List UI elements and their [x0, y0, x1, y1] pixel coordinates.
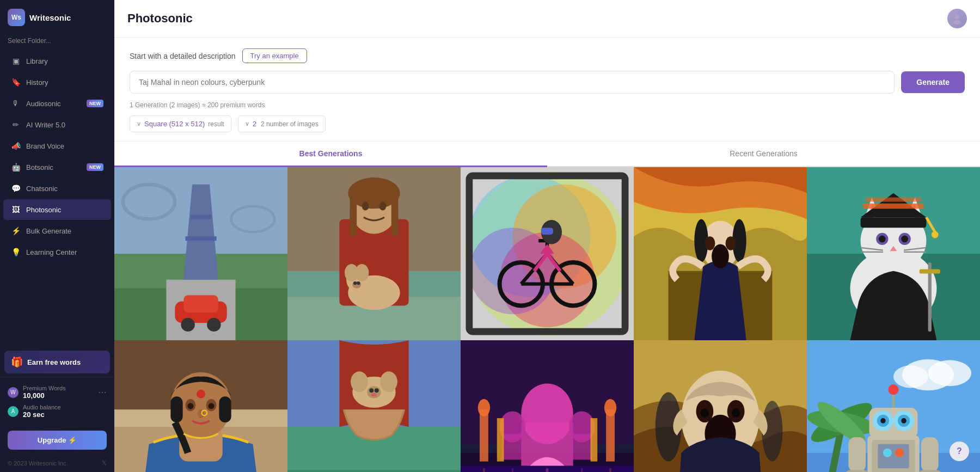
top-bar: Photosonic: [114, 0, 980, 38]
earn-free-words-label: Earn free words: [27, 358, 81, 366]
svg-rect-67: [863, 204, 923, 209]
audiosonic-icon: 🎙: [11, 99, 21, 108]
svg-rect-81: [920, 269, 940, 274]
size-dropdown[interactable]: ∨ Square (512 x 512) result: [130, 115, 231, 132]
svg-rect-116: [480, 409, 488, 461]
audio-balance-row: A Audio balance 20 sec: [8, 402, 107, 421]
sidebar-item-photosonic[interactable]: 🖼 Photosonic: [3, 199, 111, 220]
upgrade-button[interactable]: Upgrade ⚡: [8, 431, 107, 450]
svg-point-102: [380, 371, 397, 392]
image-cell[interactable]: [461, 340, 634, 472]
svg-point-24: [379, 202, 387, 211]
twitter-icon[interactable]: 𝕏: [102, 459, 107, 467]
tab-recent-generations[interactable]: Recent Generations: [547, 142, 980, 167]
chatsonic-icon: 💬: [11, 183, 21, 193]
nav-items: ▣ Library 🔖 History 🎙 Audiosonic new ✏ A…: [0, 50, 114, 263]
brand-voice-icon: 📣: [11, 141, 21, 151]
svg-rect-113: [502, 434, 523, 460]
svg-point-162: [880, 418, 886, 424]
sidebar: Ws Writesonic Select Folder... ▣ Library…: [0, 0, 114, 472]
tab-best-generations[interactable]: Best Generations: [114, 142, 547, 167]
svg-point-163: [901, 418, 906, 424]
svg-point-0: [955, 15, 959, 19]
audio-balance-label: Audio balance: [23, 404, 107, 410]
help-button[interactable]: ?: [950, 442, 969, 461]
premium-words-dot: W: [8, 387, 19, 398]
svg-point-93: [209, 403, 215, 409]
svg-rect-153: [845, 470, 869, 473]
sidebar-item-label: Brand Voice: [26, 142, 103, 150]
svg-point-73: [879, 236, 886, 243]
history-icon: 🔖: [11, 77, 21, 87]
svg-rect-118: [606, 409, 615, 461]
botsonic-icon: 🤖: [11, 162, 21, 172]
image-cell[interactable]: [634, 340, 807, 472]
sidebar-item-label: History: [26, 78, 103, 87]
svg-rect-115: [572, 434, 592, 460]
generate-button[interactable]: Generate: [901, 71, 965, 93]
sidebar-item-library[interactable]: ▣ Library: [3, 51, 111, 71]
svg-rect-47: [541, 228, 553, 235]
sidebar-item-label: Botsonic: [26, 163, 81, 171]
logo-area: Ws Writesonic: [0, 0, 114, 35]
sidebar-item-learning-center[interactable]: 💡 Learning Center: [3, 242, 111, 262]
svg-point-150: [895, 449, 904, 457]
avatar[interactable]: [947, 9, 967, 28]
svg-rect-12: [183, 295, 218, 312]
svg-rect-148: [878, 444, 909, 469]
images-count-dropdown[interactable]: ∨ 2 2 number of images: [238, 115, 326, 132]
more-options-button[interactable]: ⋯: [98, 387, 107, 397]
try-example-button[interactable]: Try an example: [242, 48, 307, 63]
svg-point-14: [207, 318, 220, 332]
sidebar-item-history[interactable]: 🔖 History: [3, 72, 111, 93]
premium-words-info: Premium Words 10,000: [23, 385, 94, 400]
svg-point-89: [197, 390, 205, 399]
earn-free-words-button[interactable]: 🎁 Earn free words: [4, 351, 110, 373]
new-badge: new: [87, 163, 103, 171]
description-label: Start with a detailed description: [130, 52, 236, 60]
sidebar-item-label: Audiosonic: [26, 100, 81, 108]
sidebar-item-bulk-generate[interactable]: ⚡ Bulk Generate: [3, 220, 111, 241]
sidebar-item-ai-writer[interactable]: ✏ AI Writer 5.0: [3, 114, 111, 135]
prompt-row: Generate: [130, 71, 965, 94]
svg-point-165: [888, 384, 898, 395]
content-area: Start with a detailed description Try an…: [114, 38, 980, 472]
prompt-input[interactable]: [130, 71, 895, 94]
svg-rect-7: [185, 236, 216, 241]
image-cell[interactable]: [634, 167, 807, 340]
chevron-down-icon: ∨: [245, 120, 249, 127]
image-cell[interactable]: [287, 167, 461, 340]
image-cell[interactable]: [461, 167, 634, 340]
sidebar-item-botsonic[interactable]: 🤖 Botsonic new: [3, 157, 111, 177]
input-section: Start with a detailed description Try an…: [114, 38, 980, 142]
svg-point-54: [705, 236, 715, 250]
learning-center-icon: 💡: [11, 247, 21, 257]
ai-writer-icon: ✏: [11, 120, 21, 130]
svg-point-149: [883, 449, 892, 457]
main-content: Photosonic Start with a detailed descrip…: [114, 0, 980, 472]
photosonic-icon: 🖼: [11, 205, 21, 214]
premium-words-value: 10,000: [23, 391, 94, 400]
premium-words-label: Premium Words: [23, 385, 94, 391]
svg-rect-98: [287, 470, 461, 473]
svg-point-56: [712, 244, 729, 269]
logo-text: Writesonic: [29, 13, 71, 22]
audio-balance-dot: A: [8, 406, 19, 417]
svg-rect-21: [350, 193, 357, 237]
sidebar-item-label: Photosonic: [26, 206, 103, 214]
sidebar-item-brand-voice[interactable]: 📣 Brand Voice: [3, 136, 111, 156]
svg-point-145: [893, 365, 928, 388]
image-cell[interactable]: [287, 340, 461, 472]
bulk-generate-icon: ⚡: [11, 226, 21, 236]
image-cell[interactable]: [114, 167, 287, 340]
sidebar-item-audiosonic[interactable]: 🎙 Audiosonic new: [3, 93, 111, 114]
svg-point-23: [362, 202, 369, 211]
sidebar-item-chatsonic[interactable]: 💬 Chatsonic: [3, 178, 111, 199]
svg-point-101: [351, 371, 368, 392]
image-cell[interactable]: [114, 340, 287, 472]
image-cell[interactable]: [807, 167, 980, 340]
select-folder[interactable]: Select Folder...: [0, 35, 114, 50]
svg-point-105: [375, 388, 379, 393]
svg-point-92: [187, 403, 193, 409]
svg-point-119: [604, 399, 616, 416]
